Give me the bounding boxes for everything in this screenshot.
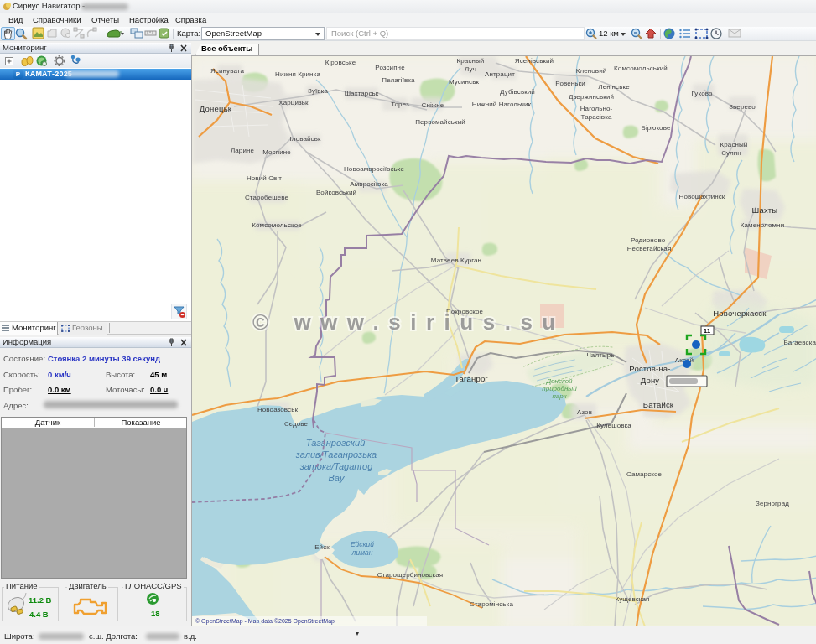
svg-text:Ровеньки: Ровеньки xyxy=(555,80,585,87)
svg-text:Батайск: Батайск xyxy=(643,400,674,409)
svg-text:Тарасівка: Тарасівка xyxy=(581,113,612,121)
svg-text:Гуково: Гуково xyxy=(691,90,712,97)
svg-text:Самарское: Самарское xyxy=(626,470,663,478)
svg-text:Шахты: Шахты xyxy=(752,205,778,215)
svg-text:Ленінське: Ленінське xyxy=(598,83,630,91)
svg-text:Торез: Торез xyxy=(391,101,409,108)
svg-text:залив/Таганрозька: залив/Таганрозька xyxy=(295,449,377,460)
svg-text:Войковський: Войковський xyxy=(316,189,356,196)
svg-text:Комсомольський: Комсомольський xyxy=(614,65,668,72)
svg-text:Bay: Bay xyxy=(329,473,346,483)
svg-text:Шахтарськ: Шахтарськ xyxy=(345,90,379,97)
svg-text:парк: парк xyxy=(552,392,567,400)
svg-text:Донецьк: Донецьк xyxy=(200,104,232,113)
svg-text:Ясинувата: Ясинувата xyxy=(210,67,244,75)
svg-text:Новочеркасск: Новочеркасск xyxy=(713,309,767,318)
svg-text:Старомінська: Старомінська xyxy=(470,600,513,608)
svg-text:Старобешеве: Старобешеве xyxy=(245,194,289,201)
svg-text:Кіровське: Кіровське xyxy=(325,59,356,66)
svg-text:© OpenStreetMap - Map data ©20: © OpenStreetMap - Map data ©2025 OpenStr… xyxy=(195,618,335,625)
svg-text:Новоамвросіївське: Новоамвросіївське xyxy=(344,165,404,173)
svg-text:Таганрог: Таганрог xyxy=(455,374,488,383)
svg-text:Зверево: Зверево xyxy=(729,103,756,111)
svg-text:Азов: Азов xyxy=(577,408,592,416)
svg-text:Новошахтинск: Новошахтинск xyxy=(679,193,725,200)
svg-text:Матвеев Курган: Матвеев Курган xyxy=(431,257,481,264)
svg-text:Дубівський: Дубівський xyxy=(500,88,535,96)
svg-text:Новоазовськ: Новоазовськ xyxy=(257,406,299,413)
svg-text:Ейск: Ейск xyxy=(314,543,330,551)
svg-text:Луч: Луч xyxy=(465,65,476,73)
svg-text:Каменоломни: Каменоломни xyxy=(741,221,784,229)
svg-text:Дону: Дону xyxy=(641,376,660,385)
svg-text:Харцизьк: Харцизьк xyxy=(278,99,309,106)
svg-text:Новий Світ: Новий Світ xyxy=(247,174,282,182)
svg-text:© www.sirius.su: © www.sirius.su xyxy=(252,309,565,335)
svg-text:Багаевская: Багаевская xyxy=(784,339,816,346)
svg-text:Таганрогский: Таганрогский xyxy=(306,438,366,448)
svg-text:Комсомольское: Комсомольское xyxy=(252,221,302,229)
svg-text:Красный: Красный xyxy=(457,57,485,65)
svg-text:Старощербиновская: Старощербиновская xyxy=(377,571,443,579)
svg-text:Нижний Нагольчик: Нижний Нагольчик xyxy=(472,101,532,108)
svg-text:Несветайская: Несветайская xyxy=(627,245,672,252)
svg-text:Мусинськ: Мусинськ xyxy=(449,78,479,86)
svg-text:Зерноград: Зерноград xyxy=(756,500,789,507)
svg-text:11: 11 xyxy=(704,327,711,335)
svg-text:Пелагіївка: Пелагіївка xyxy=(382,76,415,84)
svg-text:Ростов-на-: Ростов-на- xyxy=(629,364,670,373)
svg-text:Бірюкове: Бірюкове xyxy=(642,124,671,132)
svg-text:Моспине: Моспине xyxy=(262,148,291,156)
svg-text:Кущевская: Кущевская xyxy=(615,595,649,603)
svg-text:Ейский: Ейский xyxy=(351,540,374,548)
svg-text:Сулин: Сулин xyxy=(721,149,741,157)
svg-text:Кленовий: Кленовий xyxy=(576,67,607,75)
svg-text:Дзержинський: Дзержинський xyxy=(569,93,614,101)
svg-text:Нагольно-: Нагольно- xyxy=(580,105,613,112)
svg-text:Красный: Красный xyxy=(720,141,748,148)
svg-text:Сніжне: Сніжне xyxy=(422,101,444,109)
svg-text:лиман: лиман xyxy=(351,548,373,557)
svg-text:затока/Taganrog: затока/Taganrog xyxy=(299,461,374,471)
svg-text:Іловайськ: Іловайськ xyxy=(289,135,320,143)
svg-text:Розсипне: Розсипне xyxy=(375,64,405,71)
svg-text:Амвросіївка: Амвросіївка xyxy=(350,180,388,188)
svg-text:Донской: Донской xyxy=(545,377,573,385)
svg-text:Зуївка: Зуївка xyxy=(308,87,328,95)
svg-text:природный: природный xyxy=(542,385,577,392)
svg-text:Ларине: Ларине xyxy=(231,147,255,154)
svg-text:Родионово-: Родионово- xyxy=(631,236,668,244)
svg-text:Чалтырь: Чалтырь xyxy=(586,351,614,359)
svg-text:Сєдове: Сєдове xyxy=(284,420,309,428)
svg-text:Первомайський: Первомайський xyxy=(415,118,465,126)
svg-text:Кулешовка: Кулешовка xyxy=(596,422,631,429)
svg-text:Антрацит: Антрацит xyxy=(485,70,515,78)
svg-text:Ясенівський: Ясенівський xyxy=(515,57,554,65)
svg-text:Нижня Кринка: Нижня Кринка xyxy=(275,70,320,78)
